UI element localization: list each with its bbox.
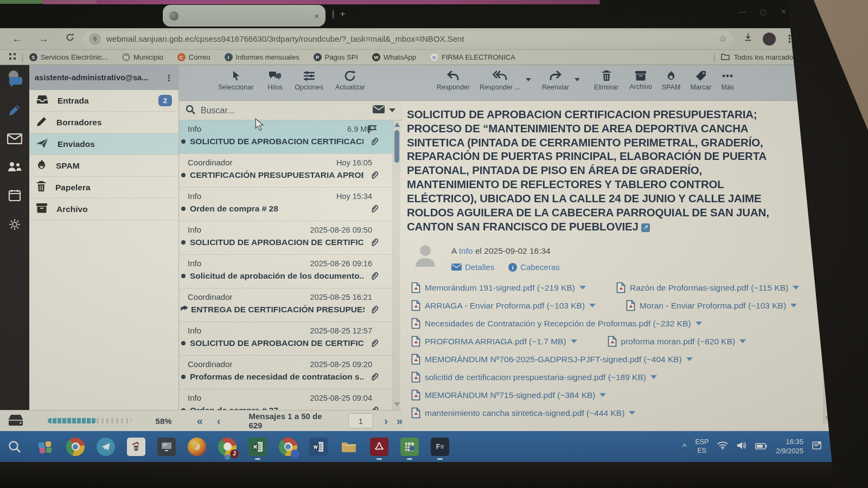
taskbar-monitor-icon[interactable] [157,438,176,456]
taskbar-chrome-icon[interactable] [66,438,85,456]
first-page-button[interactable]: « [197,415,203,427]
forward-button[interactable]: Reenviar [542,65,569,91]
taskbar-file-explorer-icon[interactable] [340,438,358,456]
message-row[interactable]: Coordinador2025-08-25 16:21 ENTREGA DE C… [179,288,393,322]
flag-icon[interactable] [368,125,378,136]
attachment-item[interactable]: Razón de Proformas-signed.pdf (~115 KB) [616,282,799,293]
clock[interactable]: 16:352/9/2025 [776,438,803,456]
spam-button[interactable]: SPAM [662,65,681,91]
contacts-icon[interactable] [7,160,22,175]
reading-scrollbar[interactable] [824,106,831,424]
tab-close-icon[interactable]: × [314,11,319,21]
message-row[interactable]: Info2025-08-25 09:04 Orden de compra # 2… [179,389,393,410]
folder-papelera[interactable]: Papelera [29,177,178,198]
battery-icon[interactable] [755,442,767,452]
taskbar-chrome-profile-2-icon[interactable] [279,438,297,456]
bookmark-servicios[interactable]: SServicios Electrónic... [29,53,108,61]
forward-icon[interactable]: → [39,33,49,45]
compose-icon[interactable] [8,103,22,119]
message-row[interactable]: CoordinadorHoy 16:05 CERTIFICACIÓN PRESU… [179,154,393,188]
browser-tab[interactable]: × [163,5,326,27]
message-row[interactable]: InfoHoy 15:34 Orden de compra # 28 [179,188,393,221]
scroll-up-icon[interactable] [825,108,831,113]
folder-spam[interactable]: SPAM [29,155,178,177]
attachment-item[interactable]: MEMORÁNDUM Nº706-2025-GADPRSJ-PJFT-signe… [411,354,693,365]
threads-button[interactable]: Hilos [267,65,283,91]
message-row[interactable]: Info6.9 MB SOLICITUD DE APROBACION CERTI… [179,120,393,154]
bookmark-whatsapp[interactable]: WWhatsApp [372,53,416,61]
back-icon[interactable]: ← [12,33,22,45]
next-page-button[interactable]: › [384,415,388,427]
last-page-button[interactable]: » [397,415,403,427]
options-button[interactable]: Opciones [295,65,323,91]
site-info-icon[interactable]: ≑ [89,33,101,45]
reply-all-button[interactable]: Responder ... [480,65,520,91]
attachment-item[interactable]: PROFORMA ARRIAGA.pdf (~1.7 MB) [411,336,577,347]
mark-button[interactable]: Marcar [690,65,711,91]
bookmark-correo[interactable]: CCorreo [177,53,210,61]
account-menu-icon[interactable]: ⋮ [165,76,173,79]
download-icon[interactable] [743,33,753,45]
scroll-down-icon[interactable] [394,402,400,407]
taskbar-fsc-icon[interactable]: F≡ [431,438,449,456]
apps-grid-icon[interactable] [9,53,16,62]
taskbar-excel-icon[interactable] [248,438,267,456]
bookmark-municipio[interactable]: MMunicipio [122,53,163,61]
archive-button[interactable]: Archivo [629,65,652,91]
attachment-item[interactable]: proforma moran.pdf (~820 KB) [608,336,746,347]
details-link[interactable]: Detalles [451,262,494,272]
maximize-icon[interactable]: ▢ [760,8,767,16]
page-number-input[interactable]: 1 [348,413,374,428]
account-header[interactable]: asistente-administrativo@sa... ⋮ [29,65,178,90]
taskbar-word-icon[interactable] [309,438,328,456]
folder-borradores[interactable]: Borradores [29,112,178,133]
recipient-link[interactable]: Info [459,246,473,255]
select-button[interactable]: Seleccionar [218,65,253,91]
notifications-icon[interactable] [812,441,821,452]
scroll-up-icon[interactable] [394,123,400,127]
search-options-chevron[interactable] [389,108,395,112]
message-row[interactable]: Info2025-08-25 12:57 SOLICITUD DE APROBA… [179,322,393,356]
delete-button[interactable]: Eliminar [594,65,618,91]
more-button[interactable]: Más [721,65,734,91]
scroll-down-icon[interactable] [825,416,831,421]
search-input[interactable] [200,105,368,116]
headers-link[interactable]: i Cabeceras [508,262,560,272]
tray-expand-icon[interactable]: ^ [682,442,686,451]
language-indicator[interactable]: ESPES [695,438,709,455]
taskbar-widgets-icon[interactable] [36,438,54,456]
attachment-item[interactable]: Necesidades de Contratación y Recepción … [411,318,702,329]
url-bar[interactable]: ≑ webmail.sanjuan.gob.ec/cpsess941676663… [82,31,733,47]
scope-envelope-icon[interactable] [373,105,385,115]
bookmark-pagos[interactable]: PPagos SPI [314,53,358,61]
list-scrollbar[interactable] [393,120,400,410]
minimize-icon[interactable]: — [739,8,746,16]
all-bookmarks-label[interactable]: Todos los marcadores [734,53,803,61]
scrollbar-thumb[interactable] [825,116,830,154]
profile-avatar[interactable] [763,33,776,46]
taskbar-chrome-profile-j-icon[interactable]: J [218,438,237,456]
taskbar-biess-icon[interactable] [400,438,419,456]
folder-archivo[interactable]: Archivo [29,198,178,220]
new-tab-button[interactable]: |+ [332,9,350,20]
message-row[interactable]: Coordinador2025-08-25 09:20 Proformas de… [179,356,393,389]
mail-icon[interactable] [7,133,22,146]
message-row[interactable]: Info2025-08-26 09:50 SOLICITUD DE APROBA… [179,221,393,255]
message-row[interactable]: Info2025-08-26 09:16 Solicitud de aproba… [179,255,393,288]
close-icon[interactable]: ✕ [781,8,787,16]
volume-icon[interactable] [737,441,746,452]
scrollbar-thumb[interactable] [394,130,399,163]
bookmark-informes[interactable]: IInformes mensuales [225,53,299,61]
taskbar-recycle-app-icon[interactable] [127,438,145,456]
browser-menu-icon[interactable]: ⋮ [784,33,795,45]
external-link-icon[interactable]: ↗ [641,223,650,232]
taskbar-telegram-icon[interactable] [97,438,115,456]
taskbar-search-icon[interactable] [5,438,24,456]
settings-icon[interactable] [8,218,21,233]
attachment-item[interactable]: ARRIAGA - Enviar Proforma.pdf (~103 KB) [411,300,596,311]
attachment-item[interactable]: Memorándum 191-signed.pdf (~219 KB) [411,282,586,293]
attachment-item[interactable]: MEMORÁNDUM Nº715-signed.pdf (~384 KB) [411,389,606,401]
refresh-button[interactable]: Actualizar [335,65,365,91]
attachment-item[interactable]: mantenimiento cancha sintetica-signed.pd… [411,407,635,419]
reply-menu-caret[interactable] [526,78,531,81]
